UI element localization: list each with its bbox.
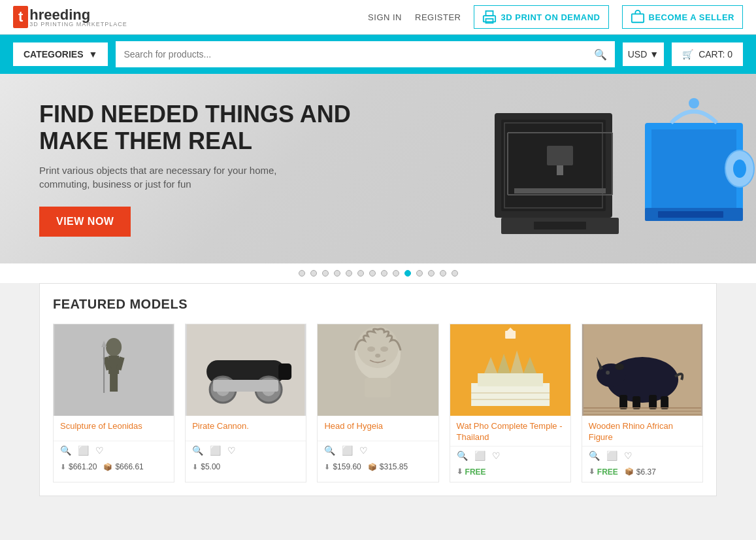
product-name-cannon: Pirate Cannon. (186, 416, 306, 441)
svg-rect-15 (534, 222, 586, 229)
heart-icon-temple[interactable]: ♡ (492, 450, 501, 461)
download-arrow-icon-rhino: ⬇ (589, 467, 595, 476)
carousel-dot-9[interactable] (393, 270, 399, 277)
svg-rect-3 (631, 14, 643, 22)
print-price-hygeia: 📦 $315.85 (368, 462, 408, 471)
svg-point-42 (357, 326, 399, 368)
print-price-rhino: 📦 $6.37 (625, 467, 656, 477)
svg-rect-12 (557, 165, 563, 175)
carousel-dot-7[interactable] (369, 270, 376, 277)
magnify-icon-hygeia[interactable]: 🔍 (324, 445, 335, 456)
svg-rect-29 (113, 373, 118, 392)
carousel-dot-2[interactable] (310, 270, 317, 277)
product-prices-leonidas: ⬇ $661.20 📦 $666.61 (54, 460, 174, 477)
hero-title: FIND NEEDED THINGS AND MAKE THEM REAL (39, 101, 379, 155)
header-nav: SIGN IN REGISTER 3D PRINT ON DEMAND BECO… (368, 5, 743, 29)
svg-point-20 (733, 160, 746, 178)
product-card-leonidas[interactable]: Sculpture of Leonidas 🔍 ⬜ ♡ ⬇ $661.20 📦 … (53, 324, 174, 482)
magnify-icon-rhino[interactable]: 🔍 (589, 450, 600, 461)
carousel-dots (0, 263, 756, 283)
search-bar: 🔍 (116, 41, 614, 67)
svg-rect-49 (478, 373, 543, 386)
product-card-temple[interactable]: Wat Pho Complete Temple - Thailand 🔍 ⬜ ♡… (450, 324, 571, 482)
heart-icon-rhino[interactable]: ♡ (624, 450, 633, 461)
svg-rect-13 (514, 188, 606, 194)
product-prices-temple: ⬇ FREE (450, 465, 570, 482)
print-demand-button[interactable]: 3D PRINT ON DEMAND (474, 5, 608, 29)
product-image-hygeia (318, 324, 438, 416)
svg-rect-46 (365, 378, 391, 397)
heart-icon-cannon[interactable]: ♡ (227, 445, 236, 456)
carousel-dot-4[interactable] (334, 270, 340, 277)
search-input[interactable] (123, 49, 593, 59)
hero-subtitle: Print various objects that are necessary… (39, 163, 301, 191)
toolbar: CATEGORIES ▼ 🔍 USD ▼ 🛒 CART: 0 (0, 35, 756, 74)
carousel-dot-11[interactable] (416, 270, 423, 277)
frame-icon-rhino[interactable]: ⬜ (606, 450, 617, 461)
product-actions-leonidas: 🔍 ⬜ ♡ (54, 441, 174, 460)
products-grid: Sculpture of Leonidas 🔍 ⬜ ♡ ⬇ $661.20 📦 … (53, 324, 703, 482)
frame-icon-temple[interactable]: ⬜ (474, 450, 485, 461)
svg-rect-64 (661, 396, 668, 409)
sign-in-link[interactable]: SIGN IN (368, 12, 402, 22)
product-card-cannon[interactable]: Pirate Cannon. 🔍 ⬜ ♡ ⬇ $5.00 (185, 324, 306, 482)
print-icon-rhino: 📦 (625, 467, 634, 476)
logo-icon: t (13, 6, 28, 28)
svg-rect-0 (486, 11, 493, 16)
print-icon-hygeia: 📦 (368, 463, 377, 471)
product-actions-hygeia: 🔍 ⬜ ♡ (318, 441, 438, 460)
carousel-dot-5[interactable] (346, 270, 352, 277)
heart-icon-hygeia[interactable]: ♡ (359, 445, 368, 456)
hero-banner: FIND NEEDED THINGS AND MAKE THEM REAL Pr… (0, 74, 756, 263)
download-price-leonidas: ⬇ $661.20 (60, 462, 97, 471)
hero-images (482, 74, 756, 263)
carousel-dot-13[interactable] (440, 270, 446, 277)
magnify-icon-temple[interactable]: 🔍 (457, 450, 468, 461)
product-name-rhino: Wooden Rhino African Figure (582, 416, 702, 446)
frame-icon-cannon[interactable]: ⬜ (210, 445, 221, 456)
product-image-rhino (582, 324, 702, 416)
svg-rect-34 (278, 363, 291, 380)
heart-icon-leonidas[interactable]: ♡ (95, 445, 104, 456)
frame-icon-leonidas[interactable]: ⬜ (78, 445, 89, 456)
product-actions-temple: 🔍 ⬜ ♡ (450, 446, 570, 465)
become-seller-button[interactable]: BECOME A SELLER (622, 5, 744, 29)
view-now-button[interactable]: VIEW NOW (39, 207, 131, 237)
cart-button[interactable]: 🛒 CART: 0 (672, 42, 743, 66)
currency-label: USD (628, 49, 648, 59)
download-price-temple: ⬇ FREE (457, 467, 486, 477)
download-price-hygeia: ⬇ $159.60 (324, 462, 361, 471)
product-card-rhino[interactable]: Wooden Rhino African Figure 🔍 ⬜ ♡ ⬇ FREE… (582, 324, 703, 482)
featured-section: FEATURED MODELS Sculpture o (39, 283, 717, 496)
carousel-dot-12[interactable] (428, 270, 435, 277)
logo[interactable]: t hreeding 3D PRINTING MARKETPLACE (13, 6, 127, 28)
carousel-dot-8[interactable] (381, 270, 387, 277)
svg-point-45 (376, 354, 381, 358)
carousel-dot-6[interactable] (357, 270, 364, 277)
magnify-icon-cannon[interactable]: 🔍 (192, 445, 203, 456)
svg-rect-61 (619, 395, 627, 409)
carousel-dot-14[interactable] (452, 270, 458, 277)
product-image-temple (450, 324, 570, 416)
frame-icon-hygeia[interactable]: ⬜ (342, 445, 353, 456)
currency-selector[interactable]: USD ▼ (623, 42, 664, 66)
hero-content: FIND NEEDED THINGS AND MAKE THEM REAL Pr… (39, 101, 379, 237)
carousel-dot-10[interactable] (404, 270, 411, 277)
product-card-hygeia[interactable]: Head of Hygeia 🔍 ⬜ ♡ ⬇ $159.60 📦 $315.85 (317, 324, 438, 482)
carousel-dot-1[interactable] (299, 270, 305, 277)
print-price-leonidas: 📦 $666.61 (103, 462, 143, 471)
svg-point-43 (368, 346, 376, 352)
print-icon-leonidas: 📦 (103, 463, 112, 471)
magnify-icon-leonidas[interactable]: 🔍 (60, 445, 71, 456)
svg-rect-17 (651, 129, 736, 208)
cart-label: CART: 0 (698, 49, 732, 59)
categories-button[interactable]: CATEGORIES ▼ (13, 42, 108, 66)
printer-blue-image (638, 97, 756, 241)
svg-rect-48 (471, 383, 550, 406)
svg-point-65 (615, 363, 624, 370)
printer-icon (482, 10, 497, 24)
register-link[interactable]: REGISTER (415, 12, 461, 22)
svg-rect-11 (547, 146, 573, 165)
currency-chevron-icon: ▼ (649, 49, 659, 59)
carousel-dot-3[interactable] (322, 270, 329, 277)
